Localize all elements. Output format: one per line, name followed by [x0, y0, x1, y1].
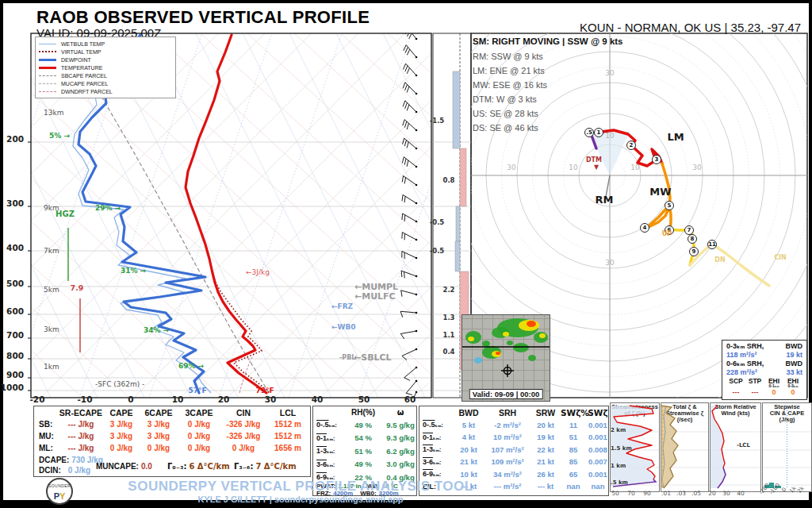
stepwise-cin-cape-panel: StepwiseCIN & CAPE(J/kg) — [762, 402, 812, 492]
legend-label: TEMPERATURE — [61, 65, 102, 71]
ehi01-col: EHI0-1ₖₘ0 — [764, 378, 783, 396]
chart-label: 1.1 — [442, 331, 454, 339]
station-label: KOUN - NORMAN, OK US | 35.23, -97.47 — [580, 21, 801, 34]
srh-0-6-label: 0-6ₖₘ SRH, — [726, 360, 764, 368]
chart-label: 2 km — [611, 427, 626, 433]
table-row: 0-.5ₖₘ: 5 kt -2 m²/s² 20 kt 11 0.001 — [419, 419, 608, 432]
chart-label: 30 — [605, 69, 614, 77]
table-row: 0-1ₖₘ: 54 % 9.3 g/kg — [313, 432, 416, 445]
bwd-label: BWD — [786, 360, 803, 368]
chart-label: 30 — [605, 259, 614, 267]
sm-line: US: SE @ 28 kts — [473, 109, 538, 118]
chart-label: 50 — [611, 490, 619, 497]
svg-text:11: 11 — [708, 241, 716, 248]
chart-label: 50 — [358, 394, 370, 404]
sr-wind-panel: Storm RelativeWind (kts) — [710, 402, 761, 492]
table-row: 3-6ₖₘ: 21 kt 109 m²/s² 21 kt 85 0.007 — [419, 456, 608, 468]
sbcape-line-icon — [39, 75, 56, 76]
sm-line: MW: ESE @ 16 kts — [473, 80, 547, 90]
legend-label: DWNDRFT PARCEL — [61, 89, 113, 94]
chart-label: 30 — [265, 394, 277, 404]
dwndrft-line-icon — [39, 91, 56, 92]
chart-label: 0 — [128, 394, 133, 404]
svg-text:1: 1 — [597, 129, 601, 136]
chart-label: .05 — [691, 490, 701, 497]
sm-line: RM: SSW @ 9 kts — [473, 52, 543, 61]
table-row-ml: ML: --- J/kg 0 J/kg 0 J/kg 0 J/kg 0 J/kg… — [34, 442, 310, 454]
svg-text:9: 9 — [692, 248, 696, 255]
mucape-line-icon — [39, 83, 56, 84]
chart-label: 0.4 — [442, 348, 454, 356]
chart-label: ▼ — [594, 164, 599, 171]
bwd-0-6-value: 33 kt — [786, 368, 802, 377]
chart-label: -0.5 — [430, 218, 445, 226]
table-row: 0-.5ₖₘ: 49 % 9.5 g/kg — [313, 418, 416, 432]
chart-label: 1.3 — [442, 314, 454, 321]
legend-label: SBCAPE PARCEL — [61, 73, 107, 79]
bwd-0-3-value: 19 kt — [786, 351, 802, 360]
legend-row: DEWPOINT — [39, 56, 172, 64]
sm-line: DTM: W @ 3 kts — [473, 94, 537, 104]
page-title: RAOB OBSERVED VERTICAL PROFILE — [36, 7, 370, 28]
chart-label: 10 — [569, 164, 577, 171]
radar-inset-map: Valid: 09-09 | 00:00 — [462, 314, 550, 402]
lapse-3-6-row: Γ₃₋₆: 7 Δ°C/km — [234, 462, 297, 471]
skewt-legend: WETBULB TEMP VIRTUAL TEMP DEWPOINT TEMPE… — [35, 37, 176, 98]
chart-label: 70 — [627, 490, 635, 497]
wetbulb-line-icon — [39, 44, 56, 44]
chart-label: 10 — [630, 164, 639, 171]
chart-label: ←SBLCL — [354, 352, 392, 363]
chart-label: 1 km — [611, 463, 626, 469]
chart-label: -SFC (362m) - — [95, 380, 144, 388]
legend-row: SBCAPE PARCEL — [39, 71, 172, 79]
chart-label: 20 — [218, 394, 230, 404]
table-row-sb: SB: --- J/kg 3 J/kg 3 J/kg 0 J/kg -326 J… — [34, 418, 310, 430]
legend-row: VIRTUAL TEMP — [39, 48, 172, 56]
chart-label: 3km — [44, 325, 59, 333]
chart-label: 69% → — [178, 362, 204, 370]
chart-label: 300 — [6, 198, 24, 208]
chart-label: 57°F — [188, 387, 206, 394]
rh-header: RH(%) — [343, 408, 383, 417]
chart-label: UP — [662, 230, 672, 237]
chart-label: 13km — [44, 109, 63, 117]
col-header: SWζ — [586, 408, 610, 418]
table-header-row: BWD SRH SRW SWζ% SWζ — [419, 406, 608, 419]
muncape-row: MUNCAPE: 0.0 — [96, 462, 152, 471]
chart-label: 7km — [44, 247, 59, 255]
chart-label: LM — [667, 131, 684, 143]
legend-row: MUCAPE PARCEL — [39, 79, 172, 87]
chart-label: 600 — [6, 306, 24, 316]
chart-label: 5km — [44, 286, 59, 294]
chart-label: -1.5 — [430, 117, 445, 125]
chart-label: 2.2 — [442, 286, 454, 294]
chart-label: 500 — [6, 279, 24, 288]
virtual-line-icon — [39, 51, 56, 52]
footer-credit-link[interactable]: KYLE J GILLETT | sounderpysoundings.anvi… — [90, 495, 511, 504]
dcape-row: DCAPE: 730 J/kg — [39, 456, 103, 464]
col-header: SRW — [530, 408, 561, 418]
chart-label: MW — [649, 186, 671, 198]
col-header: BWD — [453, 408, 485, 418]
chart-label: ←FRZ — [331, 302, 353, 310]
table-row: 3-6ₖₘ: 49 % 3.0 g/kg — [313, 458, 416, 471]
dcin-row: DCIN: 0 J/kg — [39, 466, 90, 475]
legend-label: VIRTUAL TEMP — [61, 49, 101, 55]
sounderpy-figure: RAOB OBSERVED VERTICAL PROFILE VALID: 09… — [0, 0, 812, 508]
srh-0-3-value: 118 m²/s² — [726, 351, 757, 360]
chart-label: 700 — [6, 330, 24, 340]
figure-paper: RAOB OBSERVED VERTICAL PROFILE VALID: 09… — [3, 3, 809, 500]
chart-label: 1km — [44, 363, 59, 371]
chart-label: -LCL — [737, 442, 750, 448]
chart-label: 0.8 — [442, 176, 454, 184]
chart-label: 79°F — [255, 387, 274, 394]
chart-label: 800 — [6, 351, 24, 360]
chart-label: 7.9 — [71, 283, 84, 292]
col-header: CAPE — [104, 408, 139, 418]
total-zeta-panel: Total ζ &Streamwise ζ(/sec) — [661, 402, 709, 492]
scp-col: SCP--- — [726, 378, 745, 396]
temperature-line-icon — [39, 67, 56, 69]
svg-text:5: 5 — [668, 202, 672, 209]
footer-tool-title: SOUNDERPY VERTICAL PROFILE ANALYSIS TOOL — [90, 479, 511, 495]
chart-label: 30 — [692, 164, 701, 171]
